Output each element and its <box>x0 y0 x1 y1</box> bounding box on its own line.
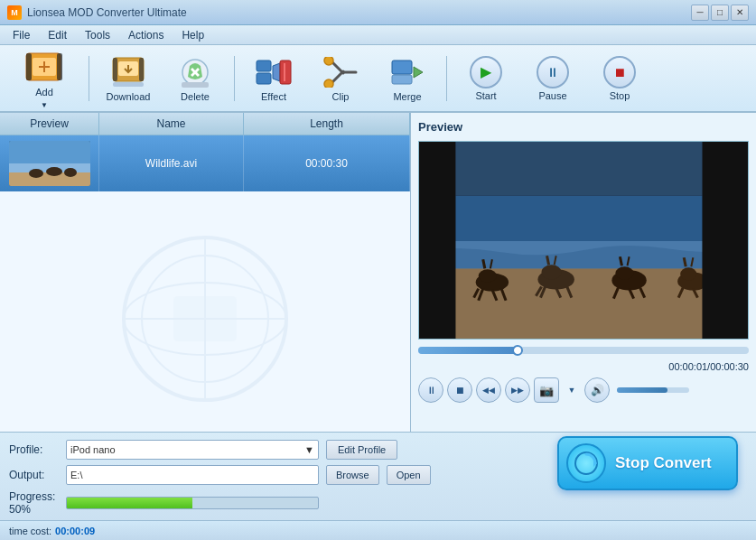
svg-point-51 <box>541 265 561 279</box>
progress-bar <box>66 497 319 509</box>
stop-label: Stop <box>610 90 630 101</box>
preview-panel: Preview <box>411 113 756 432</box>
cell-name: Wildlife.avi <box>99 135 244 191</box>
progress-label: Progress: 50% <box>9 490 59 516</box>
pause-button[interactable]: ⏸ Pause <box>521 49 584 107</box>
preview-thumbnail <box>9 141 90 186</box>
maximize-button[interactable]: □ <box>711 5 729 21</box>
start-icon: ▶ <box>470 56 502 88</box>
svg-point-19 <box>324 57 333 65</box>
video-controls: ⏸ ⏹ ◀◀ ▶▶ 📷 ▼ 🔊 <box>418 377 749 403</box>
menu-tools[interactable]: Tools <box>76 27 119 43</box>
svg-point-33 <box>142 256 268 382</box>
profile-label: Profile: <box>9 443 59 456</box>
screenshot-dropdown[interactable]: ▼ <box>563 377 581 403</box>
svg-point-30 <box>46 167 62 176</box>
seek-handle[interactable] <box>512 345 523 356</box>
time-display: 00:00:01/00:00:30 <box>418 361 749 372</box>
menu-bar: File Edit Tools Actions Help <box>0 25 756 45</box>
effect-icon <box>254 55 294 89</box>
window-controls: ─ □ ✕ <box>691 5 749 21</box>
list-header: Preview Name Length <box>0 113 410 135</box>
clip-icon <box>321 55 360 89</box>
progress-bar-fill <box>67 498 192 508</box>
add-icon <box>24 51 64 85</box>
clip-label: Clip <box>332 91 350 102</box>
screenshot-button[interactable]: 📷 <box>534 377 559 403</box>
header-name: Name <box>99 113 244 135</box>
cell-preview <box>0 135 99 191</box>
svg-marker-14 <box>273 63 280 81</box>
svg-rect-12 <box>257 61 271 71</box>
minimize-button[interactable]: ─ <box>691 5 709 21</box>
download-button[interactable]: Download <box>97 49 160 107</box>
menu-edit[interactable]: Edit <box>39 27 76 43</box>
stop-button[interactable]: ⏹ Stop <box>588 49 651 107</box>
profile-value: iPod nano <box>70 444 116 455</box>
volume-bar[interactable] <box>617 387 689 393</box>
stop-convert-label: Stop Convert <box>615 454 712 472</box>
svg-rect-72 <box>419 142 455 340</box>
delete-label: Delete <box>181 91 210 102</box>
volume-fill <box>617 387 667 393</box>
file-list-panel: Preview Name Length <box>0 113 411 432</box>
svg-point-59 <box>615 266 633 279</box>
svg-line-67 <box>684 257 686 266</box>
rewind-button[interactable]: ◀◀ <box>476 377 501 403</box>
watermark <box>115 228 295 412</box>
cell-length: 00:00:30 <box>244 135 410 191</box>
svg-rect-10 <box>113 82 144 87</box>
edit-profile-button[interactable]: Edit Profile <box>326 440 397 460</box>
start-button[interactable]: ▶ Start <box>454 49 518 107</box>
add-label: Add <box>35 87 53 98</box>
main-content: Preview Name Length <box>0 113 756 432</box>
time-cost-value: 00:00:09 <box>55 526 95 536</box>
output-label: Output: <box>9 469 59 481</box>
progress-row: Progress: 50% <box>9 490 747 516</box>
svg-rect-7 <box>113 58 117 81</box>
svg-point-66 <box>680 267 696 280</box>
table-row[interactable]: Wildlife.avi 00:00:30 <box>0 135 410 191</box>
svg-point-31 <box>64 168 77 177</box>
header-preview: Preview <box>0 113 99 135</box>
svg-rect-22 <box>392 61 412 74</box>
forward-button[interactable]: ▶▶ <box>505 377 530 403</box>
svg-line-44 <box>483 259 485 268</box>
browse-button[interactable]: Browse <box>326 465 379 485</box>
stop-ctrl-button[interactable]: ⏹ <box>447 377 472 403</box>
add-button[interactable]: Add ▼ <box>7 49 81 107</box>
video-preview <box>418 141 749 340</box>
profile-dropdown-arrow: ▼ <box>304 444 314 455</box>
menu-help[interactable]: Help <box>173 27 213 43</box>
preview-title: Preview <box>418 120 749 135</box>
open-button[interactable]: Open <box>387 465 431 485</box>
profile-select[interactable]: iPod nano ▼ <box>66 440 319 460</box>
menu-file[interactable]: File <box>4 27 39 43</box>
status-bar: time cost: 00:00:09 <box>0 520 756 540</box>
output-path-field[interactable]: E:\ <box>66 465 319 485</box>
merge-button[interactable]: Merge <box>376 49 439 107</box>
list-body: Wildlife.avi 00:00:30 <box>0 135 410 432</box>
effect-button[interactable]: Effect <box>242 49 305 107</box>
menu-actions[interactable]: Actions <box>119 27 173 43</box>
pause-label: Pause <box>538 90 566 101</box>
time-cost-label: time cost: <box>9 526 51 536</box>
delete-button[interactable]: Delete <box>163 49 227 107</box>
stop-convert-button[interactable]: Stop Convert <box>557 436 738 490</box>
clip-button[interactable]: Clip <box>309 49 372 107</box>
svg-point-29 <box>29 169 43 178</box>
add-dropdown-arrow[interactable]: ▼ <box>38 101 51 109</box>
pause-ctrl-button[interactable]: ⏸ <box>418 377 443 403</box>
download-label: Download <box>107 91 151 102</box>
svg-rect-2 <box>57 53 62 80</box>
start-label: Start <box>475 90 496 101</box>
seek-bar[interactable] <box>418 347 749 354</box>
svg-rect-73 <box>702 142 748 340</box>
header-length: Length <box>244 113 410 135</box>
app-title: Lionsea MOD Converter Ultimate <box>27 6 691 19</box>
download-icon <box>108 55 148 89</box>
sep-3 <box>446 56 447 101</box>
close-button[interactable]: ✕ <box>731 5 749 21</box>
stop-convert-icon <box>566 443 606 483</box>
volume-button[interactable]: 🔊 <box>584 377 610 403</box>
